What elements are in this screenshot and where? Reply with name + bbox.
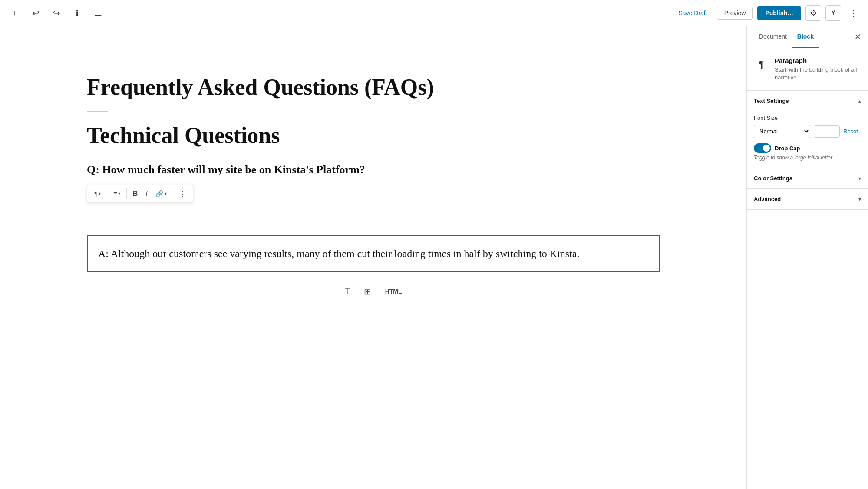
question-text[interactable]: Q: How much faster will my site be on Ki… <box>87 162 660 178</box>
bold-button[interactable]: B <box>129 187 142 200</box>
more-icon: ⋮ <box>179 190 186 198</box>
separator-1 <box>87 63 108 63</box>
block-info: ¶ Paragraph Start with the building bloc… <box>747 48 868 91</box>
topbar-right: Save Draft Preview Publish… ⚙ Y ⋮ <box>673 5 861 21</box>
document-tab[interactable]: Document <box>754 26 792 48</box>
text-mode-button[interactable]: T <box>344 286 350 296</box>
paragraph-icon: ¶ <box>94 190 98 197</box>
table-mode-icon: ⊞ <box>364 287 371 296</box>
drop-cap-toggle-wrapper: Drop Cap <box>754 143 834 153</box>
font-size-select[interactable]: Normal Small Medium Large Huge <box>754 125 810 138</box>
publish-button[interactable]: Publish… <box>757 6 801 20</box>
drop-cap-label: Drop Cap <box>775 145 800 152</box>
drop-cap-row: Drop Cap Toggle to show a large initial … <box>754 143 861 161</box>
text-settings-body: Font Size Normal Small Medium Large Huge… <box>747 111 868 168</box>
topbar: ＋ ↩ ↪ ℹ ☰ Save Draft Preview Publish… ⚙ … <box>0 0 868 26</box>
paragraph-dropdown-arrow: ▾ <box>99 191 101 196</box>
sidebar-tabs: Document Block ✕ <box>747 26 868 48</box>
text-settings-section: Text Settings Font Size Normal Small Med… <box>747 91 868 168</box>
font-size-reset-button[interactable]: Reset <box>843 128 858 135</box>
mode-bar: T ⊞ HTML <box>87 278 660 305</box>
undo-button[interactable]: ↩ <box>28 5 43 21</box>
toolbar-divider-3 <box>173 188 173 199</box>
settings-button[interactable]: ⚙ <box>805 5 821 21</box>
html-mode-button[interactable]: HTML <box>385 288 402 295</box>
color-settings-chevron <box>858 175 861 182</box>
table-mode-button[interactable]: ⊞ <box>364 286 371 297</box>
more-options-button[interactable]: ⋮ <box>845 5 861 21</box>
separator-2 <box>87 111 108 112</box>
drop-cap-control: Drop Cap Toggle to show a large initial … <box>754 143 834 161</box>
align-icon: ≡ <box>113 190 117 197</box>
drop-cap-description: Toggle to show a large initial letter. <box>754 155 834 161</box>
tools-button[interactable]: ☰ <box>90 5 106 21</box>
align-dropdown-arrow: ▾ <box>118 191 120 196</box>
block-tab[interactable]: Block <box>792 26 819 48</box>
font-size-input[interactable] <box>814 125 840 138</box>
link-icon: 🔗 <box>155 190 164 198</box>
drop-cap-toggle[interactable] <box>754 143 771 153</box>
info-button[interactable]: ℹ <box>69 5 85 21</box>
toolbar-divider-2 <box>126 188 127 199</box>
editor-area: Frequently Asked Questions (FAQs) Techni… <box>0 26 746 489</box>
block-info-text: Paragraph Start with the building block … <box>775 57 861 82</box>
answer-text: A: Although our customers see varying re… <box>98 248 580 259</box>
font-size-label: Font Size <box>754 115 861 121</box>
main-layout: Frequently Asked Questions (FAQs) Techni… <box>0 26 868 489</box>
redo-button[interactable]: ↪ <box>49 5 64 21</box>
paragraph-type-button[interactable]: ¶ ▾ <box>91 187 104 200</box>
block-type-description: Start with the building block of all nar… <box>775 66 861 82</box>
sidebar-content: ¶ Paragraph Start with the building bloc… <box>747 48 868 489</box>
save-draft-button[interactable]: Save Draft <box>673 7 713 19</box>
color-settings-title: Color Settings <box>754 175 792 182</box>
text-block[interactable]: A: Although our customers see varying re… <box>87 235 660 272</box>
advanced-title: Advanced <box>754 196 781 202</box>
color-settings-section: Color Settings <box>747 168 868 189</box>
sidebar-close-button[interactable]: ✕ <box>855 32 861 42</box>
block-wrapper: ¶ ▾ ≡ ▾ B I 🔗 ▾ ⋮ <box>87 209 660 272</box>
color-settings-toggle[interactable]: Color Settings <box>747 168 868 188</box>
text-mode-icon: T <box>344 286 350 296</box>
link-button[interactable]: 🔗 ▾ <box>152 187 170 200</box>
advanced-chevron <box>858 196 861 202</box>
advanced-section: Advanced <box>747 189 868 210</box>
font-size-row: Normal Small Medium Large Huge Reset <box>754 125 861 138</box>
sidebar: Document Block ✕ ¶ Paragraph Start with … <box>746 26 868 489</box>
more-toolbar-button[interactable]: ⋮ <box>176 187 189 200</box>
link-dropdown-arrow: ▾ <box>165 191 167 196</box>
text-settings-title: Text Settings <box>754 98 789 104</box>
align-button[interactable]: ≡ ▾ <box>110 187 124 200</box>
add-block-button[interactable]: ＋ <box>7 5 23 21</box>
italic-button[interactable]: I <box>142 187 151 200</box>
topbar-left: ＋ ↩ ↪ ℹ ☰ <box>7 5 106 21</box>
preview-button[interactable]: Preview <box>717 7 753 20</box>
block-toolbar: ¶ ▾ ≡ ▾ B I 🔗 ▾ ⋮ <box>87 185 193 202</box>
toolbar-divider-1 <box>107 188 107 199</box>
block-type-icon: ¶ <box>754 57 769 73</box>
advanced-toggle[interactable]: Advanced <box>747 189 868 209</box>
text-settings-chevron <box>858 98 861 104</box>
yoast-button[interactable]: Y <box>825 5 841 21</box>
section-title[interactable]: Technical Questions <box>87 122 660 148</box>
page-title[interactable]: Frequently Asked Questions (FAQs) <box>87 74 660 101</box>
block-type-title: Paragraph <box>775 57 861 64</box>
text-settings-toggle[interactable]: Text Settings <box>747 91 868 111</box>
